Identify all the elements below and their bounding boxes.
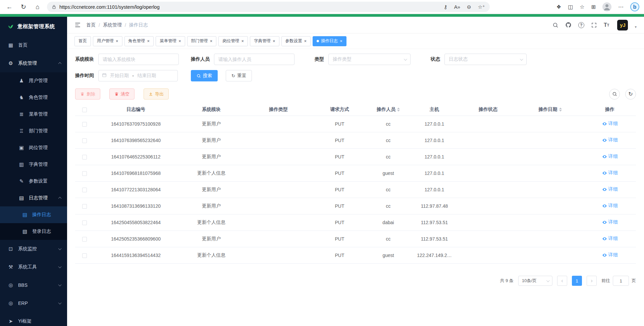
row-checkbox[interactable]	[82, 253, 87, 258]
sidebar-item-param-settings[interactable]: ✎参数设置	[0, 173, 67, 190]
sidebar-item-yi-framework[interactable]: ➤Yi框架	[0, 312, 67, 326]
module-filter-input[interactable]	[98, 54, 179, 65]
app-logo[interactable]: 意框架管理系统	[0, 17, 67, 36]
operator-filter-input[interactable]	[214, 54, 294, 65]
close-tab-icon[interactable]: ×	[241, 39, 244, 43]
select-all-checkbox[interactable]	[82, 108, 87, 112]
clear-button[interactable]: 清空	[109, 88, 135, 100]
row-checkbox[interactable]	[82, 188, 87, 192]
breadcrumb-home[interactable]: 首页	[86, 22, 96, 28]
read-aloud-icon[interactable]: A»	[454, 4, 460, 10]
row-checkbox[interactable]	[82, 138, 87, 143]
col-date[interactable]: 操作日期	[517, 104, 584, 116]
tab-oper-log[interactable]: 操作日志×	[313, 36, 346, 46]
favorites-icon[interactable]: ☆	[580, 4, 584, 10]
address-bar[interactable]: https://ccnetcore.com:1101/system/log/op…	[47, 2, 490, 12]
row-checkbox[interactable]	[82, 171, 87, 176]
sidebar-item-login-log[interactable]: ▧登录日志	[0, 223, 67, 240]
sidebar-item-role-mgmt[interactable]: ♞角色管理	[0, 89, 67, 106]
collections-icon[interactable]: ⊞	[591, 4, 596, 10]
password-key-icon[interactable]: ⚷	[444, 4, 447, 10]
tab-dict-mgmt[interactable]: 字典管理×	[250, 36, 279, 46]
sidebar-item-post-mgmt[interactable]: ▣岗位管理	[0, 139, 67, 156]
font-size-icon[interactable]: TT	[604, 22, 609, 28]
date-range-picker[interactable]: 开始日期 - 结束日期	[98, 70, 178, 81]
tab-param-settings[interactable]: 参数设置×	[281, 36, 311, 46]
sidebar-item-system-monitor[interactable]: ⊡系统监控	[0, 240, 67, 258]
sidebar-item-log-mgmt[interactable]: ▤日志管理	[0, 190, 67, 206]
browser-menu-icon[interactable]: ⋯	[618, 4, 624, 10]
tab-home[interactable]: 首页	[74, 36, 91, 46]
detail-link[interactable]: 详细	[602, 219, 618, 225]
row-checkbox[interactable]	[82, 237, 87, 242]
tab-menu-mgmt[interactable]: 菜单管理×	[156, 36, 185, 46]
reset-button[interactable]: ↻ 重置	[226, 70, 252, 81]
sort-icons[interactable]	[559, 108, 562, 112]
browser-essentials-icon[interactable]: ❖	[556, 4, 561, 10]
detail-link[interactable]: 详细	[602, 186, 618, 192]
detail-link[interactable]: 详细	[602, 236, 618, 242]
sidebar-item-user-mgmt[interactable]: ♟用户管理	[0, 72, 67, 89]
sidebar-item-erp[interactable]: ◎ERP	[0, 294, 67, 312]
detail-link[interactable]: 详细	[602, 121, 618, 127]
tab-user-mgmt[interactable]: 用户管理×	[93, 36, 122, 46]
delete-button[interactable]: 删除	[75, 88, 100, 100]
tab-role-mgmt[interactable]: 角色管理×	[124, 36, 154, 46]
tab-dept-mgmt[interactable]: 部门管理×	[187, 36, 217, 46]
sidebar-item-dict-mgmt[interactable]: ▥字典管理	[0, 156, 67, 173]
prev-page-button[interactable]: ‹	[557, 276, 567, 286]
close-tab-icon[interactable]: ×	[116, 39, 118, 43]
browser-home-button[interactable]: ⌂	[32, 1, 44, 13]
detail-link[interactable]: 详细	[602, 170, 618, 176]
collapse-menu-icon[interactable]	[74, 22, 81, 28]
sidebar-item-oper-log[interactable]: ▤操作日志	[0, 206, 67, 223]
zoom-out-icon[interactable]: ⊖	[467, 4, 471, 10]
status-filter-select[interactable]: 日志状态	[444, 54, 527, 65]
detail-link[interactable]: 详细	[602, 203, 618, 209]
refresh-table-button[interactable]: ↻	[625, 89, 636, 100]
tab-post-mgmt[interactable]: 岗位管理×	[218, 36, 248, 46]
close-tab-icon[interactable]: ×	[210, 39, 213, 43]
sidebar-item-bbs[interactable]: ◎BBS	[0, 276, 67, 294]
row-checkbox[interactable]	[82, 155, 87, 159]
sidebar-item-menu-mgmt[interactable]: ≣菜单管理	[0, 106, 67, 123]
add-favorite-icon[interactable]: ☆⁺	[478, 4, 485, 10]
sidebar-item-dept-mgmt[interactable]: ♖部门管理	[0, 123, 67, 139]
help-icon[interactable]: ?	[578, 22, 584, 28]
next-page-button[interactable]: ›	[587, 276, 597, 286]
profile-avatar[interactable]	[602, 2, 611, 11]
search-icon[interactable]	[552, 22, 558, 28]
user-avatar-logo[interactable]: yJ	[617, 20, 628, 30]
close-tab-icon[interactable]: ×	[340, 39, 342, 43]
breadcrumb-system[interactable]: 系统管理	[103, 22, 122, 28]
github-icon[interactable]	[565, 22, 572, 28]
search-button[interactable]: 搜索	[191, 70, 218, 81]
page-size-select[interactable]: 10条/页	[518, 276, 552, 286]
sidebar-item-system-mgmt[interactable]: ⚙系统管理	[0, 54, 67, 72]
close-tab-icon[interactable]: ×	[147, 39, 150, 43]
bing-icon[interactable]: b	[630, 2, 639, 11]
type-filter-select[interactable]: 操作类型	[328, 54, 411, 65]
close-tab-icon[interactable]: ×	[273, 39, 275, 43]
export-button[interactable]: 导出	[144, 88, 169, 100]
browser-refresh-button[interactable]: ↻	[17, 1, 30, 13]
detail-link[interactable]: 详细	[602, 252, 618, 258]
detail-link[interactable]: 详细	[602, 153, 618, 159]
goto-page-input[interactable]	[613, 276, 629, 286]
url-text[interactable]: https://ccnetcore.com:1101/system/log/op…	[59, 4, 444, 10]
detail-link[interactable]: 详细	[602, 137, 618, 143]
show-search-button[interactable]	[609, 89, 620, 100]
split-screen-icon[interactable]: ◫	[568, 4, 573, 10]
row-checkbox[interactable]	[82, 204, 87, 209]
browser-back-button[interactable]: ←	[3, 1, 15, 13]
chevron-down-icon[interactable]: ▾	[635, 25, 637, 29]
col-operator[interactable]: 操作人员	[367, 104, 409, 116]
sidebar-item-home[interactable]: ▦首页	[0, 36, 67, 54]
fullscreen-icon[interactable]	[591, 22, 597, 28]
close-tab-icon[interactable]: ×	[304, 39, 307, 43]
row-checkbox[interactable]	[82, 122, 87, 127]
sort-icons[interactable]	[397, 108, 400, 112]
close-tab-icon[interactable]: ×	[178, 39, 181, 43]
page-number-1[interactable]: 1	[572, 276, 582, 286]
row-checkbox[interactable]	[82, 220, 87, 225]
